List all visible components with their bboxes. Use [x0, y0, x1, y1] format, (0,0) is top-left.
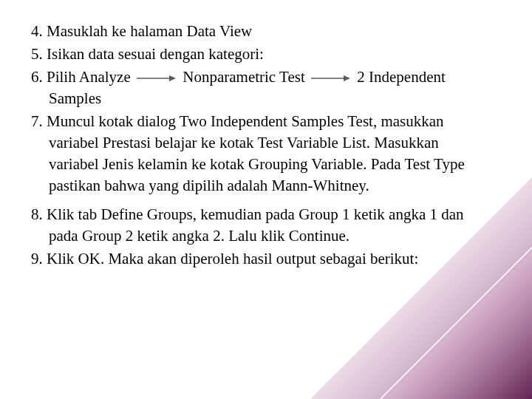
svg-marker-1: [169, 75, 176, 81]
step-6-part-b: Nonparametric Test: [183, 68, 305, 86]
step-9: 9. Klik OK. Maka akan diperoleh hasil ou…: [31, 248, 488, 270]
step-8-text: 8. Klik tab Define Groups, kemudian pada…: [31, 205, 464, 245]
arrow-icon: [311, 75, 351, 82]
arrow-icon: [137, 75, 177, 82]
step-6-part-a: 6. Pilih Analyze: [31, 68, 131, 86]
step-6: 6. Pilih Analyze Nonparametric Test 2 In…: [31, 66, 488, 109]
svg-marker-5: [384, 251, 532, 399]
step-5: 5. Isikan data sesuai dengan kategori:: [31, 44, 488, 65]
step-8: 8. Klik tab Define Groups, kemudian pada…: [31, 204, 488, 247]
slide-text-body: 4. Masuklah ke halaman Data View 5. Isik…: [31, 21, 488, 271]
step-7-text: 7. Muncul kotak dialog Two Independent S…: [31, 112, 465, 194]
step-4-text: 4. Masuklah ke halaman Data View: [31, 22, 252, 40]
step-7: 7. Muncul kotak dialog Two Independent S…: [31, 111, 488, 197]
step-9-text: 9. Klik OK. Maka akan diperoleh hasil ou…: [31, 250, 418, 267]
step-4: 4. Masuklah ke halaman Data View: [31, 21, 488, 42]
svg-marker-3: [344, 75, 350, 81]
step-5-text: 5. Isikan data sesuai dengan kategori:: [31, 45, 264, 63]
